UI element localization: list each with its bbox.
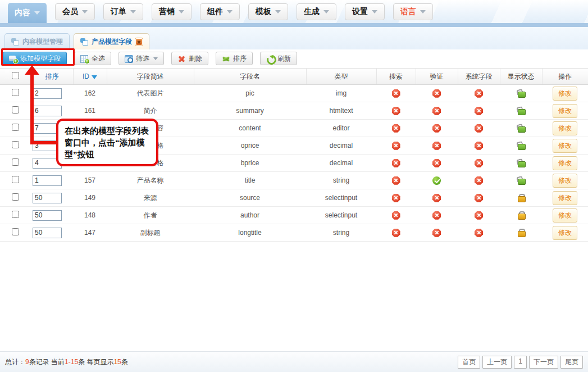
edit-button[interactable]: 修改: [553, 191, 577, 205]
nav-menu-item[interactable]: 订单: [103, 3, 143, 20]
nav-menu-label: 组件: [207, 7, 223, 17]
nav-menu-item[interactable]: 内容: [8, 3, 47, 23]
toolbar: + 添加模型字段 + 全选 筛选 删除 排序 刷新: [0, 49, 588, 68]
pagination-button[interactable]: 1: [514, 356, 527, 369]
annotation-callout: 在出来的模型字段列表窗口中，点击“添加模型”按钮: [56, 119, 158, 166]
chevron-down-icon: [179, 10, 184, 13]
table-row: 157 产品名称 title string 修改: [0, 172, 588, 189]
tab-product-model-fields[interactable]: 产品模型字段: [74, 33, 149, 49]
row-field-desc: 来源: [107, 189, 194, 207]
row-field-name: bprice: [194, 155, 306, 172]
plus-badge-icon: +: [84, 58, 90, 64]
validate-status-icon: [432, 142, 441, 150]
search-status-icon: [392, 159, 400, 167]
validate-status-icon: [432, 229, 441, 237]
table-row: 149 来源 source selectinput 修改: [0, 189, 588, 207]
pagination-button[interactable]: 首页: [458, 356, 480, 369]
display-status-lock-icon[interactable]: [517, 159, 525, 167]
sort-desc-icon: [92, 75, 97, 79]
edit-button[interactable]: 修改: [553, 174, 577, 188]
display-status-lock-icon[interactable]: [517, 194, 525, 202]
table-row: 162 代表图片 pic img 修改: [0, 85, 588, 102]
nav-menu-label: 语言: [400, 7, 416, 17]
nav-menu-item[interactable]: 设置: [345, 3, 385, 20]
edit-button[interactable]: 修改: [553, 121, 577, 135]
nav-menu-item[interactable]: 会员: [55, 3, 95, 20]
sort-order-input[interactable]: [33, 175, 62, 186]
row-checkbox[interactable]: [12, 124, 19, 131]
row-checkbox[interactable]: [12, 89, 19, 96]
edit-button[interactable]: 修改: [553, 226, 577, 240]
row-field-name: pic: [194, 85, 306, 102]
tab-label: 产品模型字段: [92, 37, 132, 47]
display-status-lock-icon[interactable]: [517, 89, 525, 98]
row-field-name: source: [194, 189, 306, 207]
row-checkbox[interactable]: [12, 106, 19, 114]
sort-order-input[interactable]: [33, 193, 62, 203]
row-id: 157: [73, 172, 107, 189]
filter-button[interactable]: 筛选: [118, 52, 164, 65]
display-status-lock-icon[interactable]: [517, 142, 525, 150]
summary-text: 总计：: [5, 358, 25, 366]
summary-text: 条 每页显示: [78, 358, 113, 366]
sort-order-input[interactable]: [33, 210, 62, 221]
nav-menu-item[interactable]: 语言: [393, 3, 433, 20]
display-status-lock-icon[interactable]: [517, 107, 525, 115]
display-status-lock-icon[interactable]: [517, 229, 525, 237]
row-id: 161: [73, 102, 107, 120]
nav-menu-label: 模板: [256, 7, 271, 17]
edit-button[interactable]: 修改: [553, 156, 577, 170]
delete-button[interactable]: 删除: [171, 52, 208, 65]
header-field-name: 字段名: [194, 69, 306, 85]
validate-status-icon: [432, 124, 441, 133]
header-type: 类型: [306, 69, 376, 85]
nav-menu-item[interactable]: 营销: [152, 3, 192, 20]
add-model-field-button[interactable]: + 添加模型字段: [3, 52, 67, 65]
sort-order-input[interactable]: [33, 88, 62, 99]
record-count-summary: 总计：9条记录 当前1-15条 每页显示15条: [5, 357, 128, 367]
pagination-button[interactable]: 上一页: [482, 356, 512, 369]
close-tab-icon[interactable]: [135, 38, 143, 46]
sort-button[interactable]: 排序: [216, 52, 253, 65]
header-field-desc: 字段简述: [107, 69, 194, 85]
row-field-name: summary: [194, 102, 306, 120]
display-status-lock-icon[interactable]: [517, 211, 525, 220]
select-all-button[interactable]: + 全选: [74, 52, 111, 65]
nav-menu-item[interactable]: 组件: [200, 3, 240, 20]
summary-number: 15: [113, 358, 121, 366]
row-checkbox[interactable]: [12, 176, 19, 183]
sort-order-input[interactable]: [33, 106, 62, 116]
header-sort[interactable]: 排序: [31, 69, 73, 85]
pagination: 首页上一页1下一页尾页: [458, 356, 583, 369]
search-status-icon: [392, 211, 400, 220]
display-status-lock-icon[interactable]: [517, 124, 525, 133]
header-validate: 验证: [416, 69, 458, 85]
nav-menu-item[interactable]: 模板: [248, 3, 288, 20]
sort-order-input[interactable]: [33, 228, 62, 238]
row-checkbox[interactable]: [12, 228, 19, 235]
row-checkbox[interactable]: [12, 193, 19, 201]
tab-bar: 内容模型管理 产品模型字段: [0, 27, 588, 49]
tab-content-model-management[interactable]: 内容模型管理: [4, 33, 70, 49]
row-checkbox[interactable]: [12, 211, 19, 218]
display-status-lock-icon[interactable]: [517, 176, 525, 185]
header-id[interactable]: ID: [73, 69, 107, 85]
search-status-icon: [392, 89, 400, 98]
edit-button[interactable]: 修改: [553, 139, 577, 153]
nav-menu-item[interactable]: 生成: [297, 3, 336, 20]
edit-button[interactable]: 修改: [553, 104, 577, 118]
edit-button[interactable]: 修改: [553, 208, 577, 223]
select-all-checkbox[interactable]: [12, 72, 19, 79]
pagination-button[interactable]: 下一页: [529, 356, 558, 369]
validate-status-icon: [432, 194, 441, 202]
edit-button[interactable]: 修改: [553, 87, 577, 101]
refresh-button[interactable]: 刷新: [260, 52, 297, 65]
sort-label: 排序: [233, 54, 247, 63]
validate-status-icon: [432, 176, 441, 185]
plus-badge-icon: +: [13, 58, 19, 64]
row-field-desc: 副标题: [107, 224, 194, 242]
table-row: 147 副标题 longtitle string 修改: [0, 224, 588, 242]
pagination-button[interactable]: 尾页: [560, 356, 583, 369]
row-checkbox[interactable]: [12, 141, 19, 148]
row-checkbox[interactable]: [12, 158, 19, 166]
